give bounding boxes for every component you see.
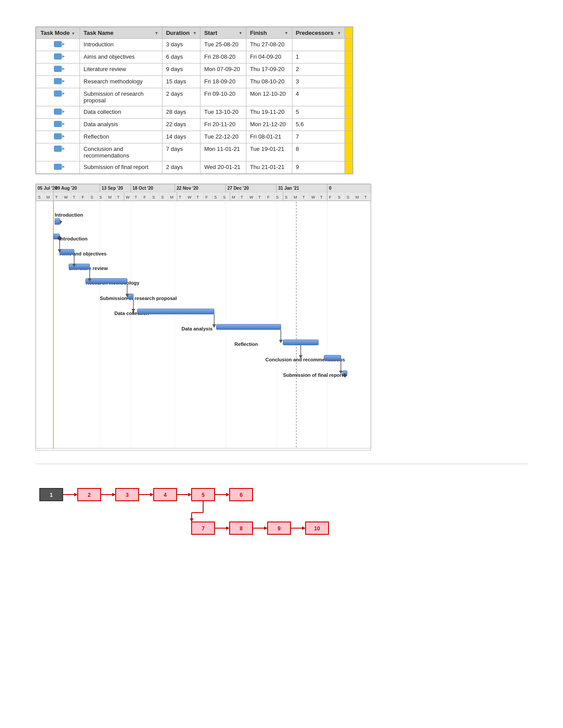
task-name-cell: Data collection	[80, 106, 162, 119]
task-mode-cell	[36, 143, 80, 161]
task-pred-cell: 7	[292, 131, 344, 143]
table-row: Research methodology15 daysFri 18-09-20T…	[36, 76, 353, 88]
sort-icon-pred[interactable]: ▼	[337, 31, 341, 35]
task-name-cell: Introduction	[80, 39, 162, 51]
task-start-cell: Fri 18-09-20	[200, 76, 246, 88]
svg-rect-61	[324, 355, 341, 360]
task-start-cell: Tue 25-08-20	[200, 39, 246, 51]
svg-text:1: 1	[50, 492, 53, 498]
task-pred-cell: 4	[292, 88, 344, 106]
task-pred-cell: 2	[292, 64, 344, 76]
svg-marker-55	[212, 324, 216, 328]
svg-text:S: S	[161, 195, 164, 199]
task-duration-cell: 2 days	[162, 88, 200, 106]
task-mode-cell	[36, 119, 80, 131]
svg-text:S: S	[338, 195, 340, 199]
svg-marker-150	[74, 493, 78, 496]
svg-text:05 Jul '20: 05 Jul '20	[38, 186, 57, 191]
svg-text:S: S	[285, 195, 287, 199]
col-header-finish: Finish ▼	[246, 27, 292, 39]
task-mode-icon	[54, 41, 62, 47]
svg-marker-176	[226, 526, 230, 530]
svg-rect-41	[86, 278, 127, 284]
svg-text:F: F	[144, 195, 146, 199]
svg-text:Submission of research proposa: Submission of research proposal	[100, 296, 177, 301]
svg-text:T: T	[55, 195, 58, 199]
svg-rect-146	[36, 184, 371, 448]
task-name-cell: Reflection	[80, 131, 162, 143]
yellow-accent-cell	[345, 64, 353, 76]
svg-rect-53	[216, 324, 281, 330]
svg-text:Reflection: Reflection	[234, 341, 258, 347]
svg-text:F: F	[329, 195, 332, 199]
sort-icon-duration[interactable]: ▼	[193, 31, 197, 35]
task-duration-cell: 3 days	[162, 39, 200, 51]
sort-icon-start[interactable]: ▼	[238, 31, 242, 35]
task-name-cell: Submission of final report	[80, 161, 162, 174]
table-row: Submission of final report2 daysWed 20-0…	[36, 161, 353, 174]
table-row: Aims and objectives6 daysFri 28-08-20Fri…	[36, 51, 353, 64]
task-pred-cell: 5	[292, 106, 344, 119]
task-name-cell: Data analysis	[80, 119, 162, 131]
task-mode-icon	[54, 78, 62, 84]
task-start-cell: Mon 11-01-21	[200, 143, 246, 161]
svg-text:F: F	[205, 195, 208, 199]
svg-text:T: T	[364, 195, 367, 199]
task-pred-cell: 3	[292, 76, 344, 88]
task-pred-cell: 8	[292, 143, 344, 161]
svg-text:M: M	[294, 195, 297, 199]
task-name-cell: Literature review	[80, 64, 162, 76]
task-duration-cell: 2 days	[162, 161, 200, 174]
task-start-cell: Fri 09-10-20	[200, 88, 246, 106]
yellow-accent-cell	[345, 76, 353, 88]
task-mode-icon	[54, 133, 62, 139]
task-mode-cell	[36, 76, 80, 88]
task-duration-cell: 15 days	[162, 76, 200, 88]
svg-text:F: F	[82, 195, 84, 199]
svg-text:6: 6	[240, 492, 243, 498]
yellow-accent-cell	[345, 161, 353, 174]
task-mode-icon	[54, 146, 62, 152]
svg-marker-184	[302, 526, 306, 530]
svg-text:7: 7	[202, 525, 205, 532]
task-start-cell: Wed 20-01-21	[200, 161, 246, 174]
task-pred-cell: 9	[292, 161, 344, 174]
table-row: Data analysis22 daysFri 20-11-20Mon 21-1…	[36, 119, 353, 131]
svg-text:W: W	[64, 195, 68, 199]
svg-text:8: 8	[240, 525, 243, 532]
task-mode-icon	[54, 66, 62, 72]
sort-icon-name[interactable]: ▼	[155, 31, 159, 35]
yellow-accent-cell	[345, 106, 353, 119]
svg-text:18 Oct '20: 18 Oct '20	[132, 186, 153, 191]
svg-text:S: S	[152, 195, 155, 199]
section-divider	[35, 464, 528, 464]
task-mode-cell	[36, 64, 80, 76]
svg-text:4: 4	[164, 492, 167, 498]
task-duration-cell: 9 days	[162, 64, 200, 76]
svg-text:T: T	[135, 195, 137, 199]
svg-text:W: W	[126, 195, 130, 199]
svg-text:9: 9	[278, 525, 281, 532]
task-finish-cell: Thu 27-08-20	[246, 39, 292, 51]
task-mode-cell	[36, 161, 80, 174]
svg-marker-162	[188, 493, 192, 496]
svg-text:5: 5	[202, 492, 205, 498]
svg-text:M: M	[46, 195, 50, 199]
sort-icon-finish[interactable]: ▼	[284, 31, 288, 35]
yellow-accent-cell	[345, 51, 353, 64]
task-name-cell: Conclusion and recommendations	[80, 143, 162, 161]
task-name-cell: Research methodology	[80, 76, 162, 88]
svg-text:T: T	[302, 195, 305, 199]
task-mode-icon	[54, 90, 62, 97]
table-row: Data collection28 daysTue 13-10-20Thu 19…	[36, 106, 353, 119]
task-duration-cell: 6 days	[162, 51, 200, 64]
table-row: Reflection14 daysTue 22-12-20Fri 08-01-2…	[36, 131, 353, 143]
svg-text:Introduction: Introduction	[55, 212, 83, 218]
svg-text:Data analysis: Data analysis	[181, 326, 212, 331]
sort-icon-mode[interactable]: ▼	[72, 31, 76, 36]
svg-text:T: T	[196, 195, 199, 199]
svg-text:T: T	[241, 195, 243, 199]
svg-text:S: S	[91, 195, 93, 199]
svg-rect-27	[55, 218, 60, 225]
task-start-cell: Mon 07-09-20	[200, 64, 246, 76]
